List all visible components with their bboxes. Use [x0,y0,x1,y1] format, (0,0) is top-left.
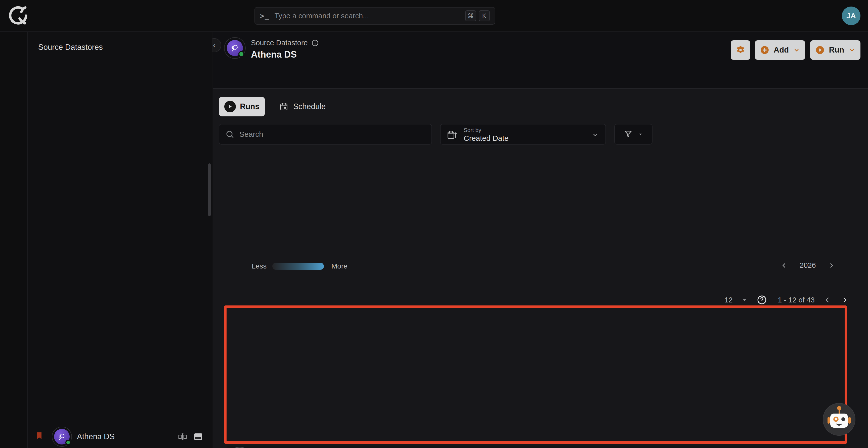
terminal-prompt-icon: >_ [260,12,270,20]
highlight-rectangle [224,306,847,444]
prev-year-icon[interactable] [780,262,788,269]
calendar-icon [279,102,289,111]
page-size-value[interactable]: 12 [724,296,733,304]
page-title: Athena DS [251,49,297,60]
heatmap-legend: Less More 2026 [213,261,868,272]
toggle-schedule[interactable]: Schedule [274,97,331,117]
sidebar-footer[interactable]: Athena DS [28,425,212,448]
user-avatar[interactable]: JA [842,6,861,25]
filter-button[interactable] [614,124,652,145]
sidebar-title: Source Datastores [38,43,103,52]
caret-down-icon[interactable] [741,296,748,303]
assistant-chat-button[interactable] [823,404,855,435]
play-circle-icon [815,45,825,55]
sort-dropdown[interactable]: Sort by Created Date [440,124,606,145]
year-label: 2026 [800,261,816,269]
nav-rail [0,32,28,448]
pagination: 12 1 - 12 of 43 [724,293,849,307]
help-icon[interactable] [756,295,767,305]
chevron-down-icon [793,46,800,54]
plus-circle-icon [760,45,770,55]
qualytics-logo [7,4,29,27]
caret-down-icon [637,131,644,137]
datastore-avatar [52,427,72,447]
footer-datastore-name: Athena DS [77,432,115,441]
sidebar-datastores: Source Datastores Athena DS [28,32,213,448]
chevron-down-icon [591,131,599,138]
pagination-range: 1 - 12 of 43 [778,296,815,304]
bookmark-icon [35,431,44,440]
sort-calendar-icon [446,129,458,140]
next-page-icon[interactable] [840,296,849,304]
search-icon [225,130,234,139]
prev-page-icon[interactable] [823,296,832,304]
datastore-avatar-large [224,37,246,59]
settings-button[interactable] [731,40,750,60]
activity-content: Runs Schedule Search Sort by Created Dat… [213,89,868,448]
breadcrumb: Source Datastore [251,39,319,47]
status-dot [238,51,244,57]
command-palette-input[interactable]: >_ Type a command or search... ⌘ K [254,7,495,25]
toggle-runs[interactable]: Runs [219,97,265,117]
k-key-badge: K [479,10,490,21]
sidebar-scrollbar[interactable] [208,163,211,216]
datastore-tree [28,32,212,425]
chevron-down-icon [848,46,856,54]
robot-q-eye [833,417,839,422]
panel-icon[interactable] [193,431,203,442]
topbar: >_ Type a command or search... ⌘ K JA [0,0,868,32]
cmd-key-badge: ⌘ [465,10,476,21]
play-icon [224,101,236,113]
year-navigator: 2026 [780,261,835,269]
command-placeholder: Type a command or search... [275,12,463,20]
main-panel: Source Datastore Athena DS Add Run Runs … [213,32,868,448]
datastore-header: Source Datastore Athena DS Add Run [213,32,868,89]
rename-icon[interactable] [178,431,188,442]
funnel-icon [623,129,633,139]
partial-next-row [226,446,845,448]
gear-icon [736,45,746,55]
next-year-icon[interactable] [828,262,835,269]
info-icon[interactable] [311,39,319,47]
status-dot [65,440,71,445]
legend-gradient [272,263,324,270]
add-button[interactable]: Add [755,40,805,60]
runs-search-input[interactable]: Search [219,124,432,145]
run-button[interactable]: Run [810,40,861,60]
